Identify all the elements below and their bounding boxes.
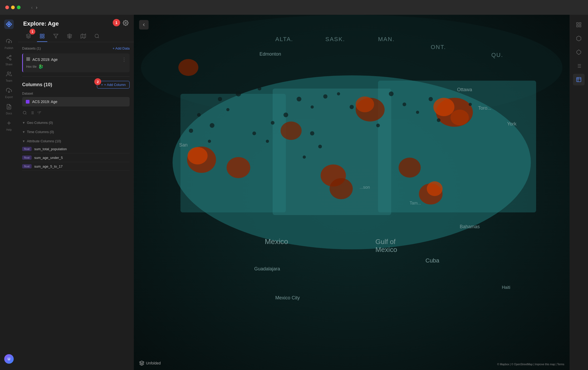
col-name-1: sum_total_population (34, 147, 67, 151)
svg-marker-23 (81, 34, 86, 38)
svg-point-89 (416, 111, 419, 114)
close-button[interactable] (5, 6, 9, 9)
svg-point-4 (7, 57, 8, 59)
svg-rect-29 (28, 57, 29, 58)
geo-columns-header[interactable]: ▼ Geo Columns (0) (22, 119, 130, 126)
attribute-columns-header[interactable]: ▼ Attribute Columns (10) (22, 138, 130, 145)
gear-icon[interactable] (123, 20, 129, 27)
dataset-more-icon[interactable]: ⋮ (122, 57, 126, 62)
right-panel-layers-icon[interactable] (573, 19, 585, 31)
map-label-tucson: ...son (360, 185, 370, 189)
map-label-qu: QU. (491, 52, 503, 58)
tab-search-lens[interactable] (91, 30, 103, 42)
map-label-york: York (507, 121, 517, 126)
svg-point-60 (427, 181, 443, 196)
svg-point-78 (337, 92, 340, 95)
right-panel-list-icon[interactable] (573, 60, 585, 72)
tab-layers[interactable]: 1 (22, 30, 35, 42)
sidebar-item-share[interactable]: Share (0, 52, 18, 69)
time-chevron-icon: ▼ (22, 130, 25, 134)
tab-effects[interactable] (63, 30, 76, 42)
svg-point-67 (227, 157, 250, 178)
svg-point-79 (350, 105, 354, 109)
navigation-arrows: ‹ › (31, 5, 37, 10)
sidebar-item-team[interactable]: Team (0, 69, 18, 85)
tab-data[interactable] (36, 30, 48, 42)
add-column-button[interactable]: + + Add Column (97, 81, 130, 89)
right-panel-polygon-icon[interactable] (573, 46, 585, 58)
sidebar-item-export[interactable]: Export (0, 85, 18, 101)
svg-point-71 (236, 91, 241, 96)
back-arrow[interactable]: ‹ (31, 5, 33, 10)
time-columns-label: Time Columns (0) (27, 130, 54, 134)
columns-title: Columns (10) (22, 82, 52, 87)
share-icon (6, 55, 12, 62)
panel-header-icons: 1 (113, 20, 129, 27)
svg-rect-98 (577, 25, 578, 27)
map-attribution: © Mapbox | © OpenStreetMap | Improve thi… (497, 363, 564, 366)
map-label-alta: ALTA. (275, 36, 293, 42)
sort-icon[interactable] (37, 111, 42, 116)
svg-point-90 (429, 97, 433, 101)
forward-arrow[interactable]: › (36, 5, 37, 10)
table-row: float sum_total_population (22, 145, 130, 153)
export-icon (6, 87, 12, 95)
list-view-icon[interactable] (30, 111, 34, 116)
svg-point-94 (318, 145, 322, 148)
geo-columns-group: ▼ Geo Columns (0) (22, 119, 130, 126)
branding-label: Unfolded (146, 361, 161, 365)
time-columns-header[interactable]: ▼ Time Columns (0) (22, 128, 130, 135)
map-label-gulf-mexico: Gulf of (375, 238, 396, 246)
attribute-columns-group: ▼ Attribute Columns (10) float sum_total… (22, 138, 130, 171)
geo-chevron-icon: ▼ (22, 121, 25, 125)
right-panel-cube-icon[interactable] (573, 33, 585, 44)
svg-point-72 (258, 87, 261, 90)
svg-point-56 (450, 110, 469, 125)
add-data-button[interactable]: + Add Data (112, 46, 130, 50)
map-label-ottawa: Ottawa (457, 87, 472, 92)
maximize-button[interactable] (17, 6, 21, 9)
svg-point-93 (310, 131, 314, 135)
tab-bar: 1 (18, 27, 134, 42)
svg-line-27 (98, 37, 99, 38)
panel-title: Explore: Age (23, 20, 59, 27)
attribute-chevron-icon: ▼ (22, 139, 25, 143)
help-icon (6, 120, 12, 127)
datasets-section-header: Datasets (1) + Add Data (22, 46, 130, 50)
minimize-button[interactable] (11, 6, 15, 9)
sidebar-item-help[interactable]: Help (0, 118, 18, 134)
svg-point-1 (8, 23, 10, 25)
map-label-edmonton: Edmonton (259, 51, 281, 57)
svg-rect-18 (43, 34, 44, 36)
svg-line-7 (8, 56, 10, 57)
map-label-mexico-city: Mexico City (275, 295, 300, 300)
tab-map[interactable] (77, 30, 90, 42)
main-panel: Explore: Age 1 (18, 15, 134, 370)
svg-point-86 (376, 124, 380, 127)
svg-point-73 (297, 97, 301, 101)
map-collapse-button[interactable] (139, 20, 149, 30)
avatar[interactable]: U (4, 354, 14, 364)
column-search-icon[interactable] (23, 111, 27, 116)
app-logo[interactable] (4, 19, 14, 30)
svg-point-83 (197, 113, 201, 117)
sidebar-item-publish[interactable]: Publish (0, 36, 18, 52)
svg-point-66 (281, 121, 302, 140)
traffic-lights (5, 6, 21, 9)
svg-point-75 (323, 94, 327, 99)
map-label-bahamas: Bahamas (460, 224, 480, 229)
panel-header: Explore: Age 1 (18, 15, 134, 27)
sidebar-item-team-label: Team (6, 79, 12, 82)
svg-point-92 (469, 103, 472, 106)
sidebar-item-docs[interactable]: Docs (0, 101, 18, 118)
dataset-selector[interactable]: ACS 2019: Age (22, 97, 130, 106)
col-name-2: sum_age_under_5 (34, 156, 63, 160)
add-column-plus-icon: + (101, 83, 103, 87)
sidebar-item-docs-label: Docs (6, 112, 12, 115)
col-type-float-3: float (22, 164, 32, 168)
right-panel-table-icon[interactable] (573, 74, 585, 85)
tab-filter[interactable] (50, 30, 62, 42)
map-label-mexico: Mexico (265, 237, 288, 246)
add-column-label: + Add Column (104, 83, 126, 87)
dataset-info: ACS 2019: Age (26, 57, 58, 62)
